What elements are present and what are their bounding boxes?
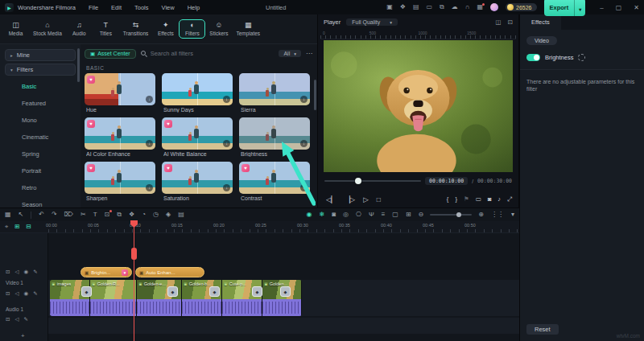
download-icon[interactable]: [300, 184, 308, 191]
video-preview[interactable]: [324, 40, 513, 172]
category-item[interactable]: Spring: [0, 146, 80, 162]
track-control-icon[interactable]: ✎: [33, 290, 37, 297]
timeline-tool-icon[interactable]: ↶: [39, 212, 44, 218]
media-tab[interactable]: ☺ Stickers: [205, 19, 232, 39]
quality-dropdown[interactable]: Full Quality: [346, 18, 398, 26]
player-header-icon[interactable]: ⊡: [508, 19, 513, 26]
timeline-tool-icon[interactable]: ↷: [52, 212, 57, 218]
tab-video[interactable]: Video: [526, 36, 557, 45]
search-input[interactable]: Search all filters: [141, 50, 193, 57]
progress-handle[interactable]: [355, 178, 361, 184]
timeline-tool-icon[interactable]: ❖: [129, 212, 134, 218]
titlebar-icon[interactable]: ▭: [426, 4, 432, 10]
transport-button[interactable]: □: [377, 196, 381, 203]
timeline-tool-icon[interactable]: ⊕: [478, 212, 484, 218]
player-tool-icon[interactable]: }: [455, 196, 457, 203]
download-icon[interactable]: [223, 184, 230, 191]
timeline-tool-icon[interactable]: ≡: [382, 212, 386, 218]
favorite-heart-icon[interactable]: [87, 120, 95, 128]
menu-item[interactable]: Edit: [111, 4, 122, 11]
media-tab[interactable]: ◐ Filters: [179, 19, 205, 39]
filter-card[interactable]: Sunny Days: [162, 73, 233, 117]
timeline-tool-icon[interactable]: ❄: [319, 212, 324, 218]
download-icon[interactable]: [300, 96, 308, 103]
window-control-button[interactable]: ▢: [616, 4, 622, 11]
favorite-heart-icon[interactable]: [87, 76, 95, 84]
timeline-tool-icon[interactable]: [31, 212, 31, 219]
timeline-tool-icon[interactable]: ▤: [178, 212, 184, 218]
titlebar-icon[interactable]: ▦: [477, 4, 483, 10]
filter-type-dropdown[interactable]: All: [279, 50, 301, 57]
transition-marker[interactable]: [81, 286, 92, 297]
player-tool-icon[interactable]: ◙: [488, 196, 492, 203]
media-tab[interactable]: ◫ Media: [2, 19, 29, 39]
timeline-mode-icon[interactable]: ⊞: [14, 223, 19, 231]
timeline-tool-icon[interactable]: ✂: [80, 212, 86, 218]
timeline-mode-icon[interactable]: ⌖: [5, 223, 8, 231]
filter-card[interactable]: AI Color Enhance: [85, 117, 155, 162]
media-tab[interactable]: ⌂ Stock Media: [29, 19, 66, 39]
category-item[interactable]: Portrait: [0, 162, 80, 179]
timeline-tool-icon[interactable]: ⎔: [356, 212, 361, 218]
sidebar-scrollbar[interactable]: [77, 48, 80, 82]
titlebar-icon[interactable]: ⧉: [440, 4, 444, 10]
timeline-tool-icon[interactable]: ◷: [153, 212, 159, 218]
transport-button[interactable]: ▷: [363, 196, 369, 203]
download-icon[interactable]: [223, 96, 230, 103]
export-dropdown-icon[interactable]: [574, 0, 585, 16]
timeline-tool-icon[interactable]: ◉: [306, 212, 312, 218]
coin-balance[interactable]: 26526: [506, 3, 536, 11]
menu-item[interactable]: View: [162, 4, 175, 11]
transition-marker[interactable]: [209, 286, 220, 297]
window-control-button[interactable]: ✕: [634, 4, 639, 11]
timeline-ruler[interactable]: ⌖⊞⊟ 00:0000:0500:1000:1500:2000:2500:300…: [0, 221, 519, 233]
download-icon[interactable]: [146, 140, 153, 147]
category-item[interactable]: Basic: [0, 78, 80, 95]
titlebar-icon[interactable]: ∩: [465, 4, 470, 10]
track-control-icon[interactable]: ⊡: [6, 269, 10, 275]
player-tool-icon[interactable]: ⤢: [507, 196, 512, 203]
titlebar-icon[interactable]: ❖: [400, 4, 406, 10]
category-item[interactable]: Retro: [0, 179, 80, 196]
category-item[interactable]: Cinematic: [0, 129, 80, 146]
timeline-tool-icon[interactable]: ⧉: [117, 212, 122, 218]
grid-scrollbar[interactable]: [314, 80, 316, 110]
player-tool-icon[interactable]: {: [447, 196, 449, 203]
media-tab[interactable]: ⇆ Transitions: [119, 19, 153, 39]
sidebar-group[interactable]: ▾ Filters: [5, 64, 76, 76]
timeline-tool-icon[interactable]: ◔: [142, 212, 146, 218]
timeline-tool-icon[interactable]: T: [93, 212, 97, 218]
titlebar-icon[interactable]: ▤: [413, 4, 419, 10]
timeline-tool-icon[interactable]: ▾: [511, 212, 514, 218]
category-item[interactable]: Featured: [0, 95, 80, 112]
track-control-icon[interactable]: ✎: [23, 316, 27, 323]
timeline-tool-icon[interactable]: ⋮⋮: [491, 212, 504, 218]
titlebar-icon[interactable]: ▣: [386, 4, 393, 10]
download-icon[interactable]: [146, 184, 153, 191]
track-control-icon[interactable]: ⊡: [6, 316, 10, 323]
player-tool-icon[interactable]: ▭: [476, 196, 481, 203]
timeline-tool-icon[interactable]: ⌦: [64, 212, 73, 218]
playhead-line[interactable]: [134, 220, 134, 341]
playhead-handle[interactable]: [131, 248, 137, 260]
filter-card[interactable]: Sierra: [239, 73, 310, 117]
player-header-icon[interactable]: ◫: [496, 19, 502, 26]
timeline-tool-icon[interactable]: ◎: [343, 212, 349, 218]
favorite-heart-icon[interactable]: [242, 164, 250, 172]
menu-item[interactable]: Tools: [134, 4, 149, 11]
track-control-icon[interactable]: ◉: [23, 269, 28, 275]
more-options-icon[interactable]: ⋯: [306, 50, 312, 57]
titlebar-icon[interactable]: ☁: [452, 4, 458, 10]
tab-effects[interactable]: Effects: [520, 14, 561, 30]
media-tab[interactable]: ♫ Audio: [66, 19, 93, 39]
track-control-icon[interactable]: ◉: [23, 290, 28, 297]
download-icon[interactable]: [223, 140, 230, 147]
timeline-zoom-slider[interactable]: [430, 214, 472, 216]
timeline-tool-icon[interactable]: ⊞: [406, 212, 411, 218]
transition-marker[interactable]: [167, 286, 178, 297]
add-track-button[interactable]: +: [21, 332, 25, 339]
timeline-tool-icon[interactable]: ↖: [19, 212, 24, 218]
favorite-heart-icon[interactable]: [164, 164, 172, 172]
media-tab[interactable]: T Titles: [93, 19, 119, 39]
export-button[interactable]: Export: [544, 0, 586, 16]
